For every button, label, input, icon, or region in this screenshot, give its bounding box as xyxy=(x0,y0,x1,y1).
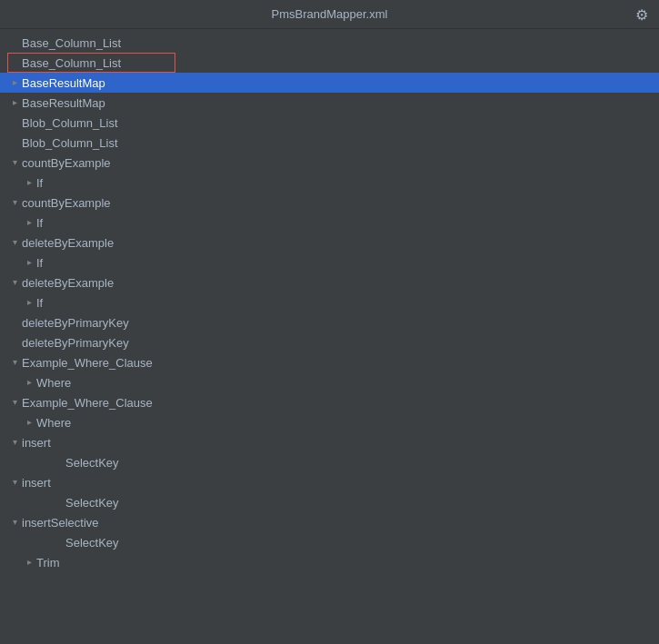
tree-arrow[interactable] xyxy=(7,195,22,210)
tree-item-label: If xyxy=(36,176,43,190)
tree-item[interactable]: SelectKey xyxy=(0,492,659,512)
tree-arrow[interactable] xyxy=(22,415,36,430)
tree-item[interactable]: Base_Column_List xyxy=(0,53,659,73)
tree-arrow[interactable] xyxy=(7,435,22,450)
tree-item-label: If xyxy=(36,256,43,270)
tree-item[interactable]: countByExample xyxy=(0,153,659,173)
tree-item-label: Where xyxy=(36,376,71,390)
tree-item-label: Example_Where_Clause xyxy=(22,396,153,410)
tree-item-label: countByExample xyxy=(22,196,111,210)
tree-item-label: deleteByPrimaryKey xyxy=(22,316,129,330)
tree-item[interactable]: deleteByExample xyxy=(0,272,659,292)
tree-container: Base_Column_ListBase_Column_ListBaseResu… xyxy=(0,29,659,640)
tree-item[interactable]: Blob_Column_List xyxy=(0,133,659,153)
tree-item-label: Blob_Column_List xyxy=(22,136,118,150)
tree-item[interactable]: If xyxy=(0,173,659,193)
tree-item-label: If xyxy=(36,216,43,230)
tree-arrow[interactable] xyxy=(22,295,36,310)
tree-item[interactable]: deleteByPrimaryKey xyxy=(0,312,659,332)
tree-item[interactable]: BaseResultMap xyxy=(0,93,659,113)
tree-item[interactable]: Where xyxy=(0,372,659,392)
tree-arrow[interactable] xyxy=(22,375,36,390)
tree-item-label: If xyxy=(36,296,43,310)
tree-item-label: SelectKey xyxy=(65,456,119,470)
file-title: PmsBrandMapper.xml xyxy=(272,7,388,21)
tree-item[interactable]: deleteByPrimaryKey xyxy=(0,332,659,352)
tree-item-label: Blob_Column_List xyxy=(22,116,118,130)
tree-item-label: Trim xyxy=(36,556,60,570)
tree-item-label: deleteByPrimaryKey xyxy=(22,336,129,350)
tree-arrow[interactable] xyxy=(7,155,22,170)
tree-item-label: insert xyxy=(22,476,51,490)
tree-item-label: Where xyxy=(36,416,71,430)
tree-arrow[interactable] xyxy=(7,75,22,90)
tree-item[interactable]: If xyxy=(0,253,659,272)
tree-item[interactable]: If xyxy=(0,292,659,312)
tree-item[interactable]: Example_Where_Clause xyxy=(0,352,659,372)
tree-item[interactable]: Trim xyxy=(0,552,659,572)
tree-item-label: insert xyxy=(22,436,51,450)
tree-arrow[interactable] xyxy=(22,555,36,570)
tree-arrow[interactable] xyxy=(7,95,22,110)
tree-item[interactable]: SelectKey xyxy=(0,452,659,472)
tree-item[interactable]: countByExample xyxy=(0,193,659,213)
tree-item-label: BaseResultMap xyxy=(22,96,105,110)
tree-arrow[interactable] xyxy=(7,355,22,370)
tree-arrow[interactable] xyxy=(7,395,22,410)
gear-icon[interactable]: ⚙ xyxy=(635,5,648,23)
tree-item-label: Base_Column_List xyxy=(22,36,121,50)
tree-item[interactable]: If xyxy=(0,213,659,233)
tree-arrow[interactable] xyxy=(22,215,36,230)
tree-arrow[interactable] xyxy=(7,275,22,290)
tree-arrow[interactable] xyxy=(7,235,22,250)
title-bar: PmsBrandMapper.xml ⚙ xyxy=(0,0,659,29)
tree-item[interactable]: insert xyxy=(0,472,659,492)
tree-item-label: insertSelective xyxy=(22,516,99,530)
tree-arrow[interactable] xyxy=(22,175,36,190)
tree-item-label: SelectKey xyxy=(65,536,119,550)
tree-item-label: Base_Column_List xyxy=(22,56,121,70)
tree-item[interactable]: insert xyxy=(0,432,659,452)
tree-item[interactable]: deleteByExample xyxy=(0,233,659,253)
tree-item[interactable]: insertSelective xyxy=(0,512,659,532)
tree-item[interactable]: SelectKey xyxy=(0,532,659,552)
tree-item-label: countByExample xyxy=(22,156,111,170)
tree-arrow[interactable] xyxy=(7,475,22,490)
tree-item-label: Example_Where_Clause xyxy=(22,356,153,370)
tree-arrow[interactable] xyxy=(22,255,36,270)
tree-item-label: deleteByExample xyxy=(22,236,114,250)
tree-item[interactable]: BaseResultMap xyxy=(0,73,659,93)
tree-item[interactable]: Where xyxy=(0,412,659,432)
tree-arrow[interactable] xyxy=(7,515,22,530)
tree-item[interactable]: Blob_Column_List xyxy=(0,113,659,133)
tree-item-label: BaseResultMap xyxy=(22,76,105,90)
tree-item-label: deleteByExample xyxy=(22,276,114,290)
tree-item[interactable]: Base_Column_List xyxy=(0,33,659,53)
tree-item[interactable]: Example_Where_Clause xyxy=(0,392,659,412)
tree-item-label: SelectKey xyxy=(65,496,119,510)
